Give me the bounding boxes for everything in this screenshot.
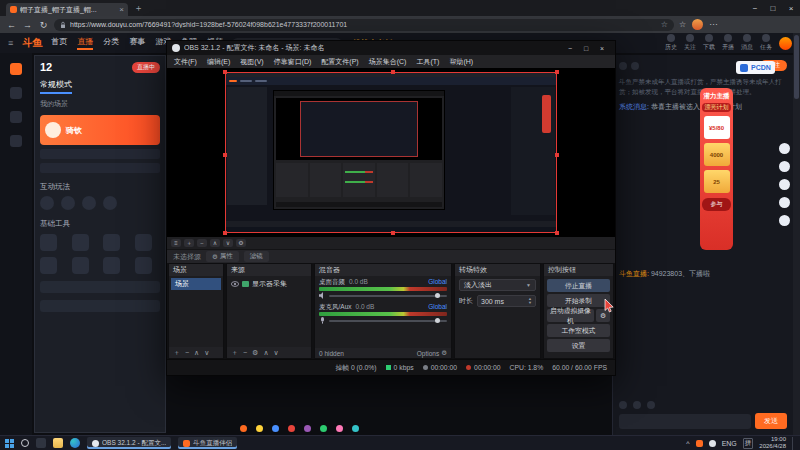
interactive-icon[interactable] — [82, 196, 96, 210]
list-item[interactable] — [40, 163, 160, 173]
companion-button[interactable] — [40, 300, 160, 312]
start-virtual-camera-button[interactable]: 启动虚拟摄像机 — [547, 309, 594, 322]
toolbar-icon[interactable]: ∧ — [210, 239, 220, 247]
start-button[interactable] — [5, 439, 14, 448]
tool-icon[interactable] — [135, 257, 152, 274]
selection-handle[interactable] — [555, 70, 559, 74]
source-down-icon[interactable]: ∨ — [274, 349, 279, 356]
hamburger-icon[interactable]: ≡ — [8, 38, 13, 48]
toolbar-icon[interactable]: ＋ — [184, 239, 194, 247]
banner-action-button[interactable]: 参与 — [702, 198, 731, 211]
speaker-icon[interactable] — [319, 292, 326, 299]
obs-maximize-button[interactable]: □ — [578, 45, 594, 52]
scene-up-icon[interactable]: ∧ — [194, 349, 199, 356]
obs-close-button[interactable]: × — [594, 45, 610, 52]
nav-category[interactable]: 分类 — [103, 36, 119, 50]
menu-help[interactable]: 帮助(H) — [449, 57, 473, 67]
douyu-logo[interactable]: 斗鱼 — [22, 36, 42, 50]
interactive-icon[interactable] — [40, 196, 54, 210]
list-item[interactable] — [40, 149, 160, 159]
mixer-dock-title[interactable]: 混音器 — [315, 264, 451, 276]
browser-menu-icon[interactable]: ⋯ — [709, 20, 717, 29]
interactive-icon[interactable] — [61, 196, 75, 210]
float-icon[interactable] — [779, 161, 790, 172]
tool-icon[interactable] — [72, 234, 89, 251]
gift-icon[interactable] — [272, 425, 279, 432]
stop-streaming-button[interactable]: 停止直播 — [547, 279, 610, 292]
scene-item[interactable]: 场景 — [171, 278, 221, 290]
scene-down-icon[interactable]: ∨ — [204, 349, 209, 356]
menu-docks[interactable]: 停靠窗口(D) — [274, 57, 312, 67]
selection-handle[interactable] — [391, 70, 395, 74]
menu-profile[interactable]: 配置文件(P) — [321, 57, 358, 67]
back-icon[interactable]: ← — [6, 20, 17, 30]
rail-icon[interactable] — [10, 135, 22, 147]
history-button[interactable]: 历史 — [665, 34, 677, 52]
browser-profile-avatar[interactable] — [692, 19, 703, 30]
nav-home[interactable]: 首页 — [51, 36, 67, 50]
task-view-icon[interactable] — [36, 438, 46, 448]
obs-title-bar[interactable]: OBS 32.1.2 - 配置文件: 未命名 - 场景: 未命名 − □ × — [167, 41, 615, 55]
extensions-icon[interactable]: ☆ — [679, 20, 686, 29]
settings-tool-icon[interactable] — [647, 401, 655, 409]
scrollbar-thumb[interactable] — [794, 35, 799, 99]
float-icon[interactable] — [779, 197, 790, 208]
chat-tab-icon[interactable] — [631, 62, 639, 70]
selection-handle[interactable] — [391, 231, 395, 235]
gift-icon[interactable] — [304, 425, 311, 432]
menu-tools[interactable]: 工具(T) — [416, 57, 439, 67]
tool-icon[interactable] — [103, 234, 120, 251]
follow-button[interactable]: 关注 — [684, 34, 696, 52]
transitions-dock-title[interactable]: 转场特效 — [455, 264, 540, 276]
float-icon[interactable] — [779, 179, 790, 190]
tab-close-icon[interactable]: × — [119, 5, 124, 14]
studio-mode-button[interactable]: 工作室模式 — [547, 324, 610, 337]
toolbar-icon[interactable]: ⚙ — [236, 239, 246, 247]
tab-normal-mode[interactable]: 常规模式 — [40, 79, 72, 94]
promo-activity-banner[interactable]: 潜力主播 漂亮计划 ¥5/80 4000 25 参与 — [700, 88, 733, 250]
new-tab-button[interactable]: ＋ — [134, 2, 143, 15]
mic-audio-slider[interactable] — [319, 317, 447, 325]
mixer-options-button[interactable]: Options ⚙ — [417, 349, 447, 357]
selection-handle[interactable] — [555, 231, 559, 235]
spin-down-icon[interactable]: ▼ — [528, 301, 532, 305]
tool-icon[interactable] — [135, 234, 152, 251]
tray-expand-icon[interactable]: ^ — [686, 440, 689, 447]
obs-preview-area[interactable] — [167, 68, 615, 237]
task-button[interactable]: 任务 — [760, 34, 772, 52]
obs-minimize-button[interactable]: − — [562, 45, 578, 52]
visibility-eye-icon[interactable] — [231, 281, 239, 287]
rail-icon[interactable] — [10, 111, 22, 123]
source-item[interactable]: 显示器采集 — [229, 278, 309, 290]
nav-live[interactable]: 直播 — [77, 36, 93, 50]
browser-maximize-button[interactable]: □ — [764, 0, 782, 16]
taskbar-search-icon[interactable] — [21, 439, 29, 447]
pcdn-badge[interactable]: PCDN — [736, 61, 775, 74]
toolbar-icon[interactable]: ≡ — [171, 239, 181, 247]
language-indicator[interactable]: ENG — [722, 440, 737, 447]
show-desktop-button[interactable] — [792, 437, 795, 450]
rail-live-icon[interactable] — [10, 63, 22, 75]
url-field[interactable]: https://www.douyu.com/7669491?dyshid=192… — [54, 19, 674, 31]
interactive-icon[interactable] — [103, 196, 117, 210]
float-icon[interactable] — [779, 143, 790, 154]
scenes-dock-title[interactable]: 场景 — [169, 264, 223, 276]
settings-button[interactable]: 设置 — [547, 339, 610, 352]
menu-file[interactable]: 文件(F) — [174, 57, 197, 67]
gift-icon[interactable] — [256, 425, 263, 432]
volume-knob[interactable] — [435, 318, 440, 323]
remove-scene-icon[interactable]: − — [185, 349, 189, 356]
desktop-audio-slider[interactable] — [319, 292, 447, 300]
user-avatar[interactable] — [779, 37, 792, 50]
bookmark-star-icon[interactable]: ☆ — [661, 20, 668, 29]
tool-icon[interactable] — [40, 257, 57, 274]
toolbar-icon[interactable]: − — [197, 239, 207, 247]
source-properties-button[interactable]: ⚙属性 — [206, 251, 239, 262]
selection-handle[interactable] — [223, 153, 227, 157]
sources-dock-title[interactable]: 来源 — [227, 264, 311, 276]
send-button[interactable]: 发送 — [755, 413, 787, 429]
taskbar-obs-button[interactable]: OBS 32.1.2 - 配置文... — [87, 437, 171, 449]
chat-tab-icon[interactable] — [619, 62, 627, 70]
tray-douyu-icon[interactable] — [696, 440, 703, 447]
menu-view[interactable]: 视图(V) — [240, 57, 263, 67]
